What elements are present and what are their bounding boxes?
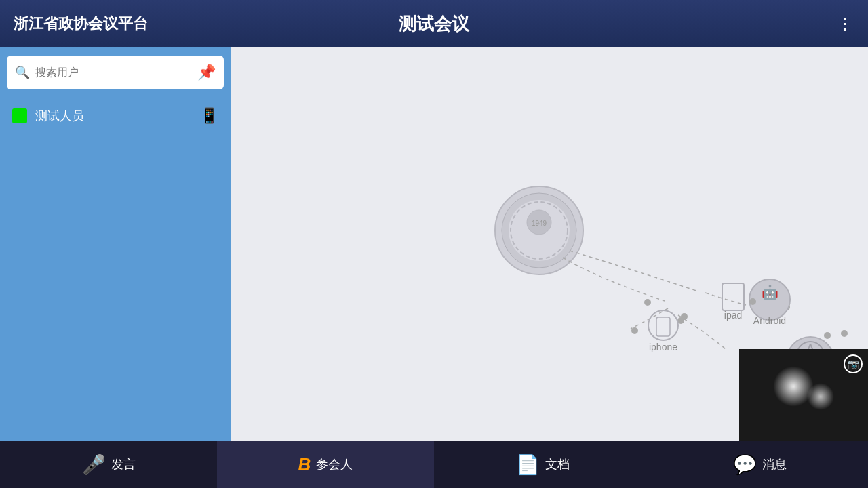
camera-icon[interactable]: 📷	[844, 354, 863, 373]
messages-label: 消息	[762, 456, 787, 472]
toolbar-item-documents[interactable]: 📄 文档	[434, 441, 651, 488]
user-status-indicator	[12, 108, 27, 123]
bokeh-light-2	[807, 383, 834, 410]
svg-text:1949: 1949	[532, 220, 547, 227]
header: 浙江省政协会议平台 测试会议 ⋮	[0, 0, 868, 47]
microphone-icon: 🎤	[82, 453, 106, 476]
svg-point-11	[841, 330, 848, 337]
bottom-toolbar: 🎤 发言 B 参会人 📄 文档 💬 消息	[0, 441, 868, 488]
svg-text:ipad: ipad	[724, 310, 742, 321]
menu-icon[interactable]: ⋮	[837, 14, 854, 33]
sidebar: 🔍 📌 测试人员 📱	[0, 47, 231, 441]
documents-label: 文档	[545, 456, 570, 472]
search-bar[interactable]: 🔍 📌	[7, 56, 224, 89]
documents-icon: 📄	[516, 453, 540, 476]
user-name: 测试人员	[35, 108, 200, 124]
toolbar-item-participants[interactable]: B 参会人	[217, 441, 434, 488]
svg-point-27	[749, 298, 756, 305]
main-layout: 🔍 📌 测试人员 📱 1949	[0, 47, 868, 441]
search-input[interactable]	[35, 66, 191, 79]
svg-text:iphone: iphone	[649, 342, 677, 352]
user-device-icon: 📱	[200, 107, 218, 125]
user-list: 测试人员 📱	[0, 98, 231, 134]
pin-icon[interactable]: 📌	[197, 64, 216, 81]
messages-icon: 💬	[733, 453, 757, 476]
video-thumbnail[interactable]: 📷	[739, 349, 868, 441]
toolbar-item-speech[interactable]: 🎤 发言	[0, 441, 217, 488]
svg-text:Android: Android	[753, 315, 786, 326]
svg-rect-18	[656, 317, 670, 336]
search-icon: 🔍	[15, 65, 30, 80]
svg-point-9	[824, 332, 831, 339]
content-area: 1949	[231, 47, 868, 441]
svg-point-13	[631, 327, 638, 334]
user-item[interactable]: 测试人员 📱	[7, 100, 224, 131]
svg-text:🤖: 🤖	[762, 284, 778, 300]
app-title: 浙江省政协会议平台	[14, 14, 148, 34]
svg-point-6	[644, 299, 651, 306]
participants-icon: B	[298, 454, 311, 475]
toolbar-item-messages[interactable]: 💬 消息	[651, 441, 868, 488]
speech-label: 发言	[111, 456, 136, 472]
meeting-title: 测试会议	[399, 12, 469, 36]
participants-label: 参会人	[316, 456, 353, 472]
svg-rect-20	[722, 283, 744, 310]
